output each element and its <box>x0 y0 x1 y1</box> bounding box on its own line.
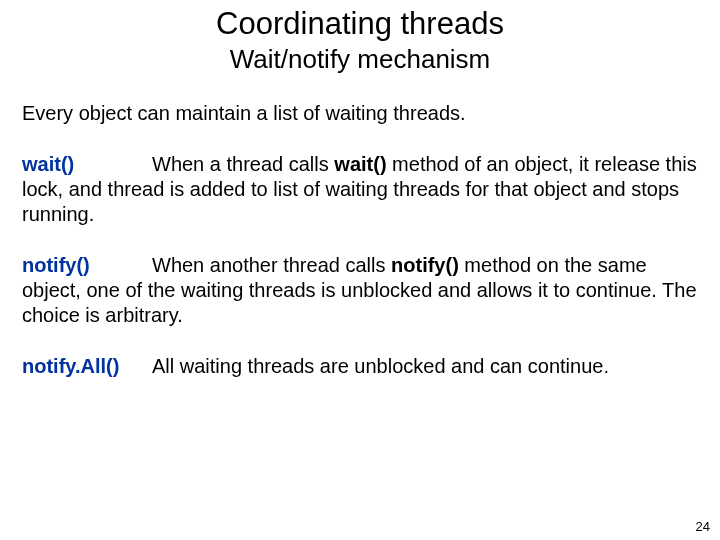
term-notifyall: notify.All() <box>22 354 152 379</box>
term-wait: wait() <box>22 152 152 177</box>
desc-notify-bold: notify() <box>391 254 459 276</box>
intro-text: Every object can maintain a list of wait… <box>22 101 698 126</box>
page-number: 24 <box>696 519 710 534</box>
desc-wait-bold: wait() <box>334 153 386 175</box>
term-notify: notify() <box>22 253 152 278</box>
definition-wait: wait()When a thread calls wait() method … <box>22 152 698 227</box>
slide-title: Coordinating threads <box>22 6 698 42</box>
slide-subtitle: Wait/notify mechanism <box>22 44 698 75</box>
desc-wait-pre: When a thread calls <box>152 153 334 175</box>
definition-notify: notify()When another thread calls notify… <box>22 253 698 328</box>
definition-notifyall: notify.All()All waiting threads are unbl… <box>22 354 698 379</box>
slide: Coordinating threads Wait/notify mechani… <box>0 0 720 540</box>
desc-notifyall-post: All waiting threads are unblocked and ca… <box>152 355 609 377</box>
desc-notify-pre: When another thread calls <box>152 254 391 276</box>
